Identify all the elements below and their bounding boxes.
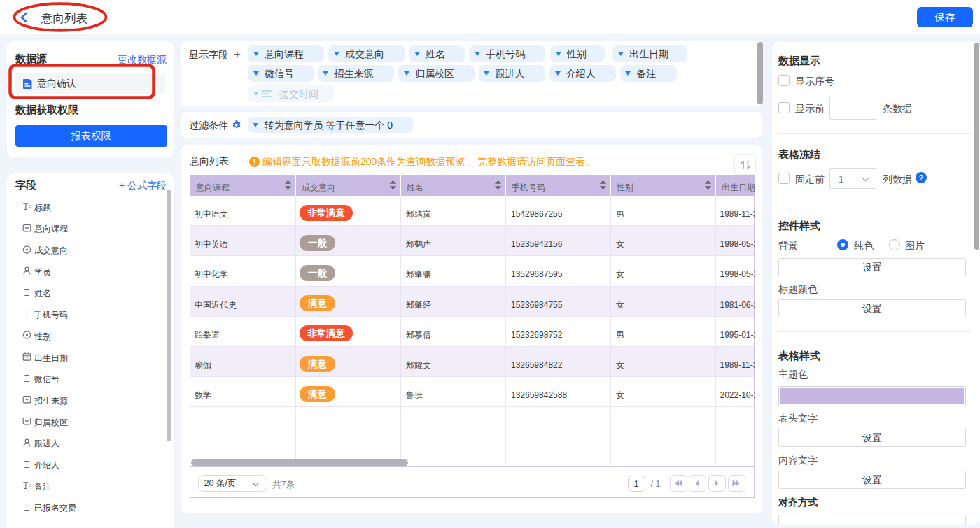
svg-text:?: ? — [918, 173, 923, 182]
